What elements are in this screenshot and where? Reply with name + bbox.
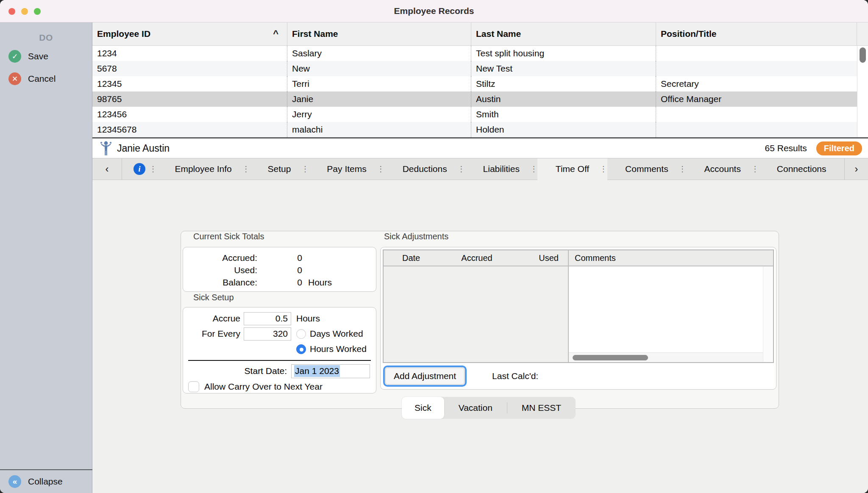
tab-deductions[interactable]: Deductions⋮ (384, 158, 465, 180)
tab-connections[interactable]: Connections (759, 158, 844, 180)
used-label: Used: (183, 265, 257, 275)
carry-over-checkbox[interactable] (188, 381, 199, 392)
save-button[interactable]: ✓ Save (0, 47, 92, 66)
tab-liabilities[interactable]: Liabilities⋮ (465, 158, 537, 180)
scrollbar-thumb[interactable] (573, 355, 648, 360)
tabs-scroll-left-button[interactable]: ‹ (92, 158, 122, 180)
adj-column-used[interactable]: Used (506, 253, 568, 263)
tab-separator: ⋮ (600, 164, 607, 174)
start-date-input[interactable]: Jan 1 2023 (291, 364, 370, 378)
for-every-input[interactable]: 320 (244, 327, 291, 341)
save-label: Save (28, 51, 48, 61)
x-icon: ✕ (8, 72, 21, 85)
cell-last-name: Stiltz (471, 76, 656, 91)
start-date-label: Start Date: (183, 366, 287, 376)
table-row-selected[interactable]: 98765 Janie Austin Office Manager (92, 91, 868, 107)
cell-employee-id: 12345 (92, 76, 287, 91)
filtered-badge[interactable]: Filtered (816, 141, 862, 155)
cell-last-name: Test split housing (471, 46, 656, 61)
adj-column-accrued[interactable]: Accrued (447, 253, 506, 263)
cell-first-name: Saslary (287, 46, 471, 61)
tab-setup[interactable]: Setup⋮ (250, 158, 309, 180)
table-row[interactable]: 12345 Terri Stiltz Secretary (92, 76, 868, 91)
column-header-last-name[interactable]: Last Name (471, 22, 656, 45)
tab-accounts[interactable]: Accounts⋮ (686, 158, 759, 180)
used-value: 0 (257, 265, 302, 275)
current-sick-totals-title: Current Sick Totals (193, 232, 264, 241)
table-row[interactable]: 123456 Jerry Smith (92, 107, 868, 122)
cell-last-name: Austin (471, 91, 656, 107)
tab-separator: ⋮ (149, 164, 157, 174)
cell-employee-id: 5678 (92, 61, 287, 76)
carry-over-label: Allow Carry Over to Next Year (204, 382, 323, 392)
record-name: Janie Austin (117, 143, 170, 154)
sick-setup-box: Accrue 0.5 Hours For Every 320 Days Work… (183, 307, 376, 393)
accrue-label: Accrue (187, 313, 240, 324)
cell-first-name: Terri (287, 76, 471, 91)
tab-separator: ⋮ (530, 164, 537, 174)
adj-column-comments[interactable]: Comments (569, 250, 773, 266)
comments-horizontal-scrollbar[interactable] (569, 352, 763, 362)
table-vertical-scrollbar[interactable] (857, 46, 868, 137)
cell-last-name: New Test (471, 61, 656, 76)
tab-pay-items[interactable]: Pay Items⋮ (309, 158, 384, 180)
balance-suffix: Hours (302, 277, 376, 288)
sick-adjustments-title: Sick Adjustments (384, 232, 448, 241)
cell-employee-id: 123456 (92, 107, 287, 122)
scrollbar-header-spacer (857, 22, 868, 45)
tab-comments[interactable]: Comments⋮ (607, 158, 686, 180)
employee-table: Employee ID ^ First Name Last Name Posit… (92, 22, 868, 137)
sidebar: DO ✓ Save ✕ Cancel « Collapse (0, 22, 92, 493)
cell-position: Office Manager (656, 91, 857, 107)
last-calcd-label: Last Calc'd: (492, 371, 538, 381)
cell-position (656, 46, 857, 61)
accrue-input[interactable]: 0.5 (244, 312, 291, 325)
cell-position (656, 122, 857, 137)
table-row[interactable]: 12345678 malachi Holden (92, 122, 868, 137)
cancel-button[interactable]: ✕ Cancel (0, 69, 92, 88)
adjustments-list-empty (384, 266, 569, 362)
tab-mn-esst[interactable]: MN ESST (507, 397, 576, 419)
tab-separator: ⋮ (242, 164, 250, 174)
adjustments-comments-area[interactable] (569, 266, 763, 362)
adj-column-date[interactable]: Date (384, 253, 447, 263)
tab-time-off[interactable]: Time Off⋮ (537, 158, 607, 180)
info-icon: i (134, 163, 145, 175)
for-every-label: For Every (187, 329, 240, 339)
table-row[interactable]: 5678 New New Test (92, 61, 868, 76)
days-worked-radio[interactable] (296, 329, 306, 339)
tabs-scroll-right-button[interactable]: › (844, 158, 868, 180)
tab-separator: ⋮ (751, 164, 759, 174)
accrued-value: 0 (257, 253, 302, 263)
record-bar: Janie Austin 65 Results Filtered (92, 138, 868, 158)
cell-first-name: malachi (287, 122, 471, 137)
time-off-panel: Current Sick Totals Accrued: 0 Used: 0 B… (92, 180, 868, 493)
hours-worked-radio[interactable] (296, 344, 306, 354)
tab-info[interactable]: i ⋮ (122, 158, 157, 180)
tab-sick[interactable]: Sick (402, 397, 444, 419)
tab-separator: ⋮ (457, 164, 465, 174)
add-adjustment-button[interactable]: Add Adjustment (385, 368, 465, 385)
employee-table-header: Employee ID ^ First Name Last Name Posit… (92, 22, 868, 46)
comments-vertical-scrollbar[interactable] (763, 266, 773, 362)
accrue-suffix: Hours (296, 313, 320, 324)
column-header-first-name[interactable]: First Name (287, 22, 471, 45)
cell-first-name: Jerry (287, 107, 471, 122)
column-header-position-title[interactable]: Position/Title (656, 22, 857, 45)
results-count: 65 Results (765, 143, 807, 153)
cell-employee-id: 1234 (92, 46, 287, 61)
time-off-category-tabs: Sick Vacation MN ESST (402, 397, 576, 419)
tab-employee-info[interactable]: Employee Info⋮ (157, 158, 250, 180)
cell-position (656, 107, 857, 122)
sidebar-header: DO (0, 33, 92, 43)
cancel-label: Cancel (28, 74, 56, 84)
column-header-employee-id[interactable]: Employee ID ^ (92, 22, 287, 45)
cell-position: Secretary (656, 76, 857, 91)
add-adjustment-focus-ring: Add Adjustment (383, 366, 467, 387)
scrollbar-thumb[interactable] (860, 47, 866, 63)
tab-vacation[interactable]: Vacation (444, 397, 507, 419)
tab-separator: ⋮ (377, 164, 384, 174)
collapse-button[interactable]: « Collapse (0, 469, 92, 493)
hours-worked-label: Hours Worked (310, 344, 367, 354)
table-row[interactable]: 1234 Saslary Test split housing (92, 46, 868, 61)
